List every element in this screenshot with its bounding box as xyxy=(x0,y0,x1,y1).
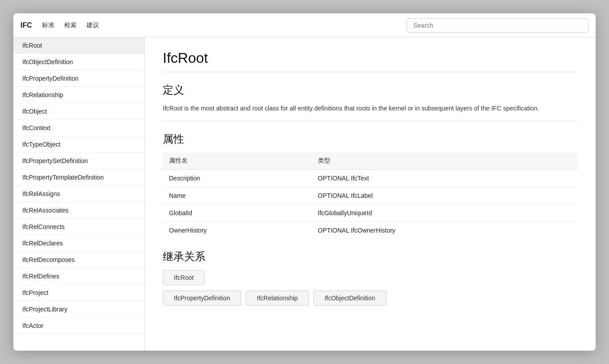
inherit-root[interactable]: IfcRoot xyxy=(163,270,205,285)
sidebar-item[interactable]: IfcRelConnects xyxy=(13,219,144,235)
sidebar-item[interactable]: IfcContext xyxy=(13,120,144,136)
col-header-name: 属性名 xyxy=(163,152,312,170)
sidebar-item[interactable]: IfcRelDecomposes xyxy=(13,252,144,268)
topbar: IFC 标准 检索 建议 xyxy=(13,13,596,37)
prop-name: GlobalId xyxy=(163,204,312,222)
nav-suggestions[interactable]: 建议 xyxy=(86,20,100,31)
table-row: GlobalIdIfcGloballyUniqueId xyxy=(163,204,578,222)
sidebar-item[interactable]: IfcRelDeclares xyxy=(13,235,144,252)
sidebar-item[interactable]: IfcActor xyxy=(13,318,144,334)
inheritance-children-row: IfcPropertyDefinitionIfcRelationshipIfcO… xyxy=(163,290,578,306)
prop-type: OPTIONAL IfcOwnerHistory xyxy=(312,222,578,239)
inheritance-root-row: IfcRoot xyxy=(163,270,578,285)
sidebar-item[interactable]: IfcProject xyxy=(13,285,144,301)
app-logo: IFC xyxy=(21,21,32,29)
inherit-child[interactable]: IfcPropertyDefinition xyxy=(163,290,241,306)
main-layout: IfcRootIfcObjectDefinitionIfcPropertyDef… xyxy=(13,37,596,351)
sidebar-item[interactable]: IfcRelationship xyxy=(13,87,144,103)
col-header-type: 类型 xyxy=(312,152,578,170)
prop-name: Name xyxy=(163,187,312,204)
properties-table: 属性名 类型 DescriptionOPTIONAL IfcTextNameOP… xyxy=(163,152,578,239)
table-row: DescriptionOPTIONAL IfcText xyxy=(163,170,578,187)
prop-type: OPTIONAL IfcText xyxy=(312,170,578,187)
prop-type: OPTIONAL IfcLabel xyxy=(312,187,578,204)
table-row: NameOPTIONAL IfcLabel xyxy=(163,187,578,204)
section-heading-definition: 定义 xyxy=(163,83,578,97)
search-box xyxy=(407,18,588,33)
sidebar-item[interactable]: IfcPropertyTemplateDefinition xyxy=(13,169,144,186)
prop-name: OwnerHistory xyxy=(163,222,312,239)
inherit-child[interactable]: IfcRelationship xyxy=(246,290,309,306)
sidebar-item[interactable]: IfcRelAssociates xyxy=(13,202,144,219)
sidebar-item[interactable]: IfcProjectLibrary xyxy=(13,301,144,318)
sidebar-item[interactable]: IfcRoot xyxy=(13,37,144,54)
inherit-child[interactable]: IfcObjectDefinition xyxy=(313,290,387,306)
sidebar-item[interactable]: IfcRelDefines xyxy=(13,268,144,285)
definition-text: IfcRoot is the most abstract and root cl… xyxy=(163,103,578,121)
sidebar: IfcRootIfcObjectDefinitionIfcPropertyDef… xyxy=(13,37,145,351)
sidebar-item[interactable]: IfcPropertyDefinition xyxy=(13,70,144,87)
section-heading-inheritance: 继承关系 xyxy=(163,249,578,264)
section-heading-properties: 属性 xyxy=(163,132,578,146)
sidebar-item[interactable]: IfcObjectDefinition xyxy=(13,54,144,70)
table-row: OwnerHistoryOPTIONAL IfcOwnerHistory xyxy=(163,222,578,239)
sidebar-item[interactable]: IfcRelAssigns xyxy=(13,186,144,202)
prop-type: IfcGloballyUniqueId xyxy=(312,204,578,222)
content-area: IfcRoot 定义 IfcRoot is the most abstract … xyxy=(145,37,596,351)
prop-name: Description xyxy=(163,170,312,187)
nav-standards[interactable]: 标准 xyxy=(41,20,55,31)
topbar-nav: 标准 检索 建议 xyxy=(41,20,407,31)
main-window: IFC 标准 检索 建议 IfcRootIfcObjectDefinitionI… xyxy=(13,13,596,351)
sidebar-item[interactable]: IfcPropertySetDefinition xyxy=(13,153,144,169)
page-title: IfcRoot xyxy=(163,50,578,72)
nav-search[interactable]: 检索 xyxy=(63,20,78,31)
sidebar-item[interactable]: IfcObject xyxy=(13,103,144,120)
sidebar-item[interactable]: IfcTypeObject xyxy=(13,136,144,153)
search-input[interactable] xyxy=(407,18,588,33)
inheritance-section: IfcRoot IfcPropertyDefinitionIfcRelation… xyxy=(163,270,578,306)
